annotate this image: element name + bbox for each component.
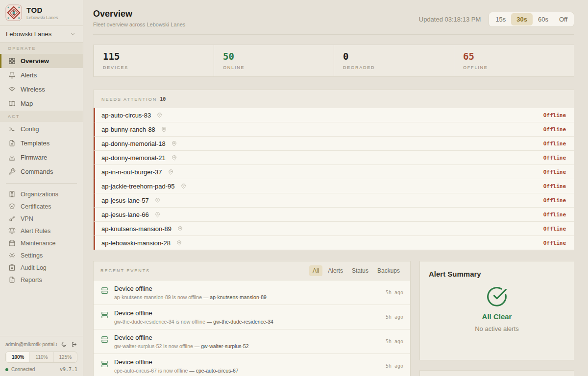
section-label-act: ACT (0, 111, 83, 122)
sidebar-item-certificates[interactable]: Certificates (0, 200, 83, 212)
sidebar-item-reports[interactable]: Reports (0, 274, 83, 286)
device-status: Offline (543, 226, 566, 232)
brand: TOD Lebowski Lanes (0, 0, 83, 26)
nav-admin: Organizations Certificates VPN Alert Rul… (0, 188, 83, 286)
event-device: — gw-walter-surplus-52 (195, 343, 249, 349)
stat-card: 0 DEGRADED (334, 45, 454, 76)
sidebar-item-settings[interactable]: Settings (0, 249, 83, 261)
device-status: Offline (543, 141, 566, 147)
connection-label: Connected (11, 367, 35, 372)
needs-attention-list: ap-auto-circus-83 Offline ap-bunny-ranch… (94, 108, 574, 250)
event-row[interactable]: Device offline cpe-auto-circus-67 is now… (94, 353, 410, 376)
event-row[interactable]: Device offline gw-walter-surplus-52 is n… (94, 329, 410, 353)
quick-actions-header: QUICK ACTIONS (420, 371, 574, 376)
event-body: Device offline ap-knutsens-mansion-89 is… (114, 285, 267, 300)
event-time: 5h ago (386, 314, 403, 320)
attention-row[interactable]: ap-jackie-treehorn-pad-95 Offline (94, 179, 574, 193)
map-pin-icon[interactable] (161, 126, 167, 133)
map-pin-icon[interactable] (154, 197, 161, 204)
sidebar-item-templates[interactable]: Templates (0, 136, 83, 150)
interval-option-off[interactable]: Off (554, 13, 573, 25)
needs-attention-label: NEEDS ATTENTION (101, 97, 157, 102)
page-subtitle: Fleet overview across Lebowski Lanes (93, 22, 185, 27)
event-title: Device offline (114, 285, 267, 292)
gear-icon (8, 252, 16, 259)
sidebar-item-alert-rules[interactable]: Alert Rules (0, 225, 83, 237)
device-status: Offline (543, 126, 566, 133)
attention-row[interactable]: ap-knutsens-mansion-89 Offline (94, 221, 574, 235)
bell-ring-icon (8, 227, 16, 235)
recent-events-panel: RECENT EVENTS AllAlertsStatusBackups Dev… (93, 261, 411, 376)
status-row: Connected v9.7.1 (5, 367, 77, 372)
check-circle-icon (486, 286, 508, 307)
sidebar-item-organizations[interactable]: Organizations (0, 188, 83, 200)
event-row[interactable]: Device offline gw-the-dude-residence-34 … (94, 305, 410, 329)
needs-attention-header: NEEDS ATTENTION 10 (94, 90, 574, 108)
map-icon (8, 100, 16, 107)
attention-row[interactable]: ap-lebowski-mansion-28 Offline (94, 235, 574, 250)
shield-check-icon (8, 203, 16, 210)
interval-option-15s[interactable]: 15s (490, 13, 511, 25)
sidebar-item-map[interactable]: Map (0, 96, 83, 111)
sidebar-item-maintenance[interactable]: Maintenance (0, 237, 83, 249)
event-filter-backups[interactable]: Backups (374, 265, 403, 276)
sidebar-item-vpn[interactable]: VPN (0, 212, 83, 225)
zoom-option-110[interactable]: 110% (29, 352, 53, 362)
map-pin-icon[interactable] (177, 226, 183, 232)
sidebar-item-wireless[interactable]: Wireless (0, 82, 83, 96)
user-row: admin@mikrotik-portal.dev (5, 341, 77, 348)
attention-row[interactable]: ap-donny-memorial-21 Offline (94, 150, 574, 164)
sidebar-item-audit-log[interactable]: Audit Log (0, 261, 83, 274)
map-pin-icon[interactable] (154, 212, 161, 218)
zoom-option-125[interactable]: 125% (53, 352, 77, 362)
map-pin-icon[interactable] (180, 183, 187, 189)
attention-row[interactable]: ap-jesus-lane-57 Offline (94, 193, 574, 207)
interval-option-30s[interactable]: 30s (511, 13, 533, 25)
logout-icon[interactable] (71, 341, 77, 348)
attention-row[interactable]: ap-donny-memorial-18 Offline (94, 136, 574, 150)
attention-row[interactable]: ap-in-n-out-burger-37 Offline (94, 164, 574, 179)
org-selector[interactable]: Lebowski Lanes (0, 26, 83, 43)
sidebar-item-config[interactable]: Config (0, 122, 83, 136)
section-label-operate: OPERATE (0, 43, 83, 54)
event-time: 5h ago (386, 339, 403, 344)
brand-text: TOD Lebowski Lanes (26, 6, 58, 20)
sidebar-item-firmware[interactable]: Firmware (0, 150, 83, 164)
map-pin-icon[interactable] (171, 155, 177, 161)
event-message: cpe-auto-circus-67 is now offline — cpe-… (114, 368, 239, 374)
event-time: 5h ago (386, 290, 403, 295)
attention-row[interactable]: ap-bunny-ranch-88 Offline (94, 122, 574, 136)
app-version: v9.7.1 (60, 367, 77, 372)
user-email: admin@mikrotik-portal.dev (5, 342, 57, 347)
event-row[interactable]: Device offline ap-knutsens-mansion-89 is… (94, 280, 410, 305)
sidebar-item-alerts[interactable]: Alerts (0, 68, 83, 82)
zoom-option-100[interactable]: 100% (6, 352, 29, 362)
event-filter-all[interactable]: All (309, 265, 322, 276)
right-column: Alert Summary All Clear No active alerts… (419, 261, 574, 376)
attention-row[interactable]: ap-jesus-lane-66 Offline (94, 207, 574, 221)
interval-option-60s[interactable]: 60s (533, 13, 554, 25)
attention-row[interactable]: ap-auto-circus-83 Offline (94, 108, 574, 122)
connected-dot (5, 368, 8, 371)
map-pin-icon[interactable] (176, 240, 182, 246)
device-status: Offline (543, 212, 566, 218)
event-device: — cpe-auto-circus-67 (189, 368, 238, 374)
clipboard-icon (8, 264, 16, 271)
device-status: Offline (543, 197, 566, 204)
event-device: — ap-knutsens-mansion-89 (203, 294, 267, 300)
map-pin-icon[interactable] (156, 112, 163, 118)
terminal-icon (8, 125, 16, 133)
map-pin-icon[interactable] (168, 169, 174, 175)
page-header: Overview Fleet overview across Lebowski … (93, 9, 574, 35)
sidebar-item-overview[interactable]: Overview (0, 54, 83, 68)
stat-card: 115 DEVICES (94, 45, 214, 76)
sidebar-item-commands[interactable]: Commands (0, 164, 83, 179)
theme-toggle-moon-icon[interactable] (61, 341, 67, 348)
map-pin-icon[interactable] (171, 141, 177, 147)
event-filter-status[interactable]: Status (348, 265, 372, 276)
event-filter-alerts[interactable]: Alerts (324, 265, 346, 276)
building-icon (8, 190, 16, 198)
bell-icon (8, 71, 16, 79)
device-status: Offline (543, 183, 566, 189)
chevron-down-icon (70, 31, 76, 37)
